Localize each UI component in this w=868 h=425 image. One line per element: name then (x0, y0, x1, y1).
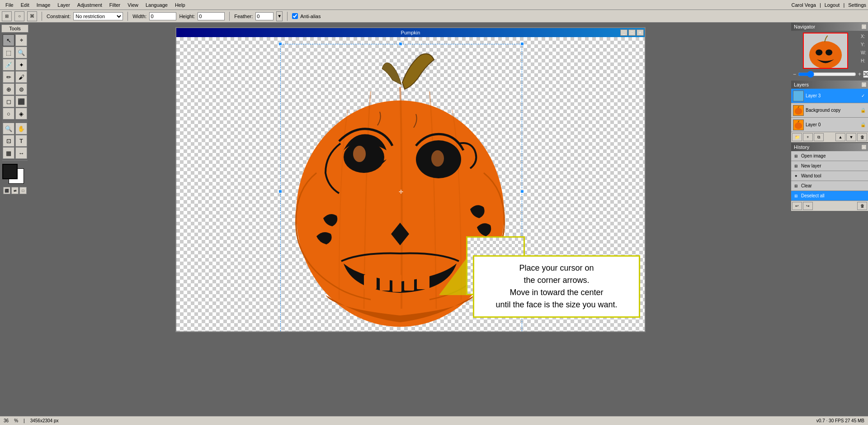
history-item-clear[interactable]: ⊞ Clear (791, 181, 868, 191)
layers-new-layer[interactable]: + (803, 133, 813, 141)
menu-language[interactable]: Language (142, 1, 171, 9)
layers-new-group[interactable]: 📁 (792, 133, 802, 141)
layers-move-down[interactable]: ▼ (846, 133, 856, 141)
quick-default-colors[interactable]: ⬛ (3, 187, 10, 194)
handle-ml[interactable] (278, 190, 282, 193)
tool-transform[interactable]: ↔ (15, 147, 27, 159)
tool-gradient[interactable]: ▦ (3, 147, 14, 159)
nav-zoom-in[interactable]: + (858, 71, 861, 77)
toolbar-icon-1[interactable]: ⊞ (2, 11, 12, 21)
feather-dropdown[interactable]: ▼ (276, 11, 283, 21)
tool-brush[interactable]: 🖌 (15, 71, 27, 83)
menu-filter[interactable]: Filter (106, 1, 124, 9)
navigator-close[interactable]: × (861, 24, 867, 29)
constraint-select[interactable]: No restriction (73, 12, 123, 20)
image-canvas[interactable]: ✛ ⤡ Place your cursor on the corner arro… (176, 37, 645, 331)
tool-fill[interactable]: ⬛ (15, 96, 27, 107)
toolbar-icon-3[interactable]: ⌘ (27, 11, 37, 21)
window-maximize[interactable]: □ (628, 29, 636, 36)
svg-point-16 (795, 122, 802, 129)
history-icon-wand: ✦ (793, 173, 799, 179)
tool-zoom2[interactable]: 🔍 (3, 123, 14, 134)
history-close[interactable]: × (861, 144, 867, 150)
menu-image[interactable]: Image (33, 1, 54, 9)
tool-eraser[interactable]: ◻ (3, 96, 14, 107)
tool-dodge[interactable]: ○ (3, 108, 14, 119)
menu-file[interactable]: File (2, 1, 17, 9)
layer-vis-layer3[interactable]: ✓ (860, 93, 866, 99)
tools-row-2: ⬚ 🔍 (3, 47, 27, 58)
handle-tc[interactable] (399, 42, 402, 46)
tool-pan[interactable]: ✋ (15, 123, 27, 134)
history-item-deselect[interactable]: ⊞ Deselect all (791, 191, 868, 201)
tools-panel: Tools ↖ ⌖ ⬚ 🔍 💉 ✦ ✏ 🖌 ⊕ ⊚ ◻ ⬛ ○ ◈ (0, 23, 30, 416)
layers-duplicate[interactable]: ⧉ (814, 133, 824, 141)
tool-wand[interactable]: ✦ (15, 59, 27, 71)
window-close[interactable]: × (637, 29, 644, 36)
history-undo[interactable]: ↩ (792, 202, 802, 210)
layer-item-layer0[interactable]: Layer 0 🔒 (791, 118, 868, 132)
menu-adjustment[interactable]: Adjustment (74, 1, 106, 9)
quick-transparent[interactable]: □ (19, 187, 27, 194)
tool-zoom[interactable]: 🔍 (15, 47, 27, 58)
history-item-open[interactable]: ⊞ Open image (791, 151, 868, 161)
right-panel: Navigator × (791, 23, 868, 416)
menu-help[interactable]: Help (171, 1, 189, 9)
status-version: v0.7 · 30 FPS 27 45 MB (816, 418, 864, 423)
layer-vis-bgcopy[interactable]: 🔒 (860, 107, 866, 114)
layer-item-bgcopy[interactable]: Background copy 🔒 (791, 103, 868, 118)
tool-lasso[interactable]: ⌖ (15, 34, 27, 46)
toolbar-icon-2[interactable]: ○ (14, 11, 24, 21)
toolbar-row: ⊞ ○ ⌘ Constraint: No restriction Width: … (0, 10, 868, 23)
tool-divider-2 (2, 160, 28, 161)
history-toolbar: ↩ ↪ 🗑 (791, 201, 868, 211)
svg-point-13 (826, 49, 832, 55)
tools-row-8: 🔍 ✋ (3, 123, 27, 134)
layers-delete[interactable]: 🗑 (857, 133, 867, 141)
tool-clone[interactable]: ⊚ (15, 83, 27, 95)
history-label-wand: Wand tool (801, 173, 821, 178)
width-input[interactable] (149, 12, 176, 20)
handle-mr[interactable] (520, 190, 524, 193)
nav-zoom-slider[interactable] (798, 72, 856, 76)
layers-move-up[interactable]: ▲ (835, 133, 845, 141)
window-title: Pumpkin (401, 30, 420, 35)
tool-eyedropper[interactable]: 💉 (3, 59, 14, 71)
tool-navigate[interactable]: ⊡ (3, 135, 14, 147)
layer-vis-layer0[interactable]: 🔒 (860, 122, 866, 128)
anti-alias-checkbox[interactable] (292, 13, 298, 19)
tool-pencil[interactable]: ✏ (3, 71, 14, 83)
quick-btns: ⬛ ⇄ □ (3, 187, 27, 194)
settings-link[interactable]: Settings (848, 2, 866, 8)
instruction-line4: until the face is the size you want. (481, 299, 632, 311)
menu-layer[interactable]: Layer (54, 1, 74, 9)
height-input[interactable] (198, 12, 225, 20)
layer-name-layer0: Layer 0 (806, 122, 858, 127)
tool-sharpen[interactable]: ◈ (15, 108, 27, 119)
tools-row-4: ✏ 🖌 (3, 71, 27, 83)
history-redo[interactable]: ↪ (803, 202, 813, 210)
navigator-section: Navigator × (791, 23, 868, 80)
window-minimize[interactable]: _ (620, 29, 627, 36)
logout-link[interactable]: Logout (825, 2, 840, 8)
layers-close[interactable]: × (861, 82, 867, 87)
history-icon-deselect: ⊞ (793, 193, 799, 199)
tool-rect-select[interactable]: ⬚ (3, 47, 14, 58)
nav-preview[interactable] (803, 33, 848, 69)
nav-zoom-out[interactable]: − (793, 71, 796, 77)
handle-tl[interactable] (278, 42, 282, 46)
handle-tr[interactable] (520, 42, 524, 46)
tool-move[interactable]: ↖ (3, 34, 14, 46)
toolbar-sep1 (42, 12, 42, 21)
layer-item-layer3[interactable]: Layer 3 ✓ (791, 89, 868, 103)
quick-swap-colors[interactable]: ⇄ (11, 187, 19, 194)
history-delete[interactable]: 🗑 (857, 202, 867, 210)
foreground-color-swatch[interactable] (2, 164, 18, 179)
history-item-wand[interactable]: ✦ Wand tool (791, 171, 868, 181)
menu-view[interactable]: View (124, 1, 142, 9)
tool-text[interactable]: T (15, 135, 27, 147)
tool-heal[interactable]: ⊕ (3, 83, 14, 95)
feather-input[interactable] (255, 12, 274, 20)
history-item-newlayer[interactable]: ⊞ New layer (791, 161, 868, 171)
menu-edit[interactable]: Edit (17, 1, 33, 9)
